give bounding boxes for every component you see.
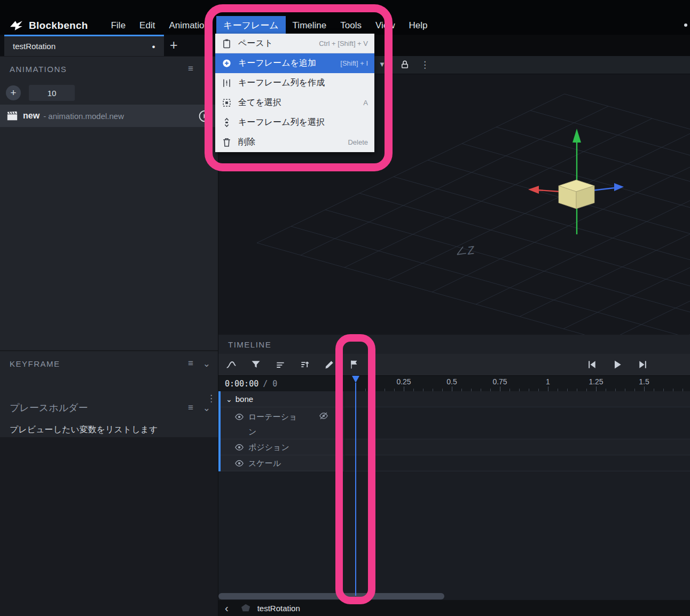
lines-icon[interactable] (275, 359, 286, 370)
new-tab-button[interactable]: + (170, 35, 178, 56)
menu-item-create-keyframe-column[interactable]: キーフレーム列を作成 (215, 73, 374, 93)
animations-controls: + ⋮ (0, 81, 218, 105)
jump-to-start-icon[interactable] (586, 359, 597, 370)
animations-panel-header: ANIMATIONS ≡ ⌄ (0, 57, 218, 81)
visibility-eye-icon[interactable] (234, 443, 244, 452)
ruler-label: 1.25 (589, 377, 603, 386)
menu-bar: Blockbench File Edit Animation キーフレーム Ti… (0, 0, 690, 35)
paste-icon (222, 38, 232, 49)
menu-keyframe[interactable]: キーフレーム (216, 16, 286, 35)
playhead-line (355, 383, 356, 596)
tool-dropdown-icon[interactable]: ▼ (379, 60, 386, 68)
panel-drag-handle-icon[interactable]: ≡ (188, 402, 193, 413)
marker-pen-icon[interactable] (324, 359, 335, 370)
menu-tools[interactable]: Tools (333, 16, 368, 35)
placeholder-panel-title: プレースホルダー (10, 401, 88, 414)
time-ruler[interactable]: 0.25 0.5 0.75 1 1.25 1.5 (345, 376, 690, 391)
track-name: ローテーション (248, 409, 300, 439)
jump-to-end-icon[interactable] (638, 359, 648, 370)
unsaved-dot-icon: ● (152, 43, 155, 50)
play-icon[interactable] (612, 359, 623, 370)
timeline-toolbar (218, 354, 690, 375)
current-animation-name: testRotation (257, 604, 300, 613)
menu-animation[interactable]: Animation (162, 16, 216, 35)
sort-icon[interactable] (300, 359, 310, 370)
menu-item-add-keyframe[interactable]: キーフレームを追加 [Shift] + I (215, 53, 374, 73)
app-title: Blockbench (29, 20, 88, 31)
keyframe-panel: KEYFRAME ≡ ⌄ ⋮ (0, 350, 218, 376)
tab-testrotation[interactable]: testRotation ● (4, 35, 164, 56)
chevron-down-icon[interactable]: ⌄ (226, 395, 232, 404)
placeholder-panel-header: プレースホルダー ≡ ⌄ (0, 396, 218, 420)
timeline-panel: TIMELINE (218, 335, 690, 616)
clapperboard-icon (6, 110, 18, 122)
add-animation-button[interactable]: + (6, 85, 21, 100)
panel-fold-icon[interactable]: ⌄ (203, 64, 210, 75)
panel-drag-handle-icon[interactable]: ≡ (188, 64, 193, 74)
menu-item-select-all[interactable]: 全てを選択 A (215, 93, 374, 113)
track-row-scale[interactable]: スケール – (218, 455, 344, 471)
playhead-marker[interactable] (352, 376, 359, 383)
panel-fold-icon[interactable]: ⌄ (203, 358, 210, 369)
ruler-label: 0.75 (492, 377, 507, 386)
menu-view[interactable]: View (368, 16, 402, 35)
selected-tracks-accent (218, 391, 221, 471)
app-window: Blockbench File Edit Animation キーフレーム Ti… (0, 0, 690, 616)
keyframe-panel-header: KEYFRAME ≡ ⌄ (0, 351, 218, 376)
add-circle-icon (222, 58, 232, 68)
current-time: 0:00:00 (225, 379, 258, 389)
viewport-menu-kebab-icon[interactable]: ⋮ (420, 59, 429, 70)
timeline-track-area[interactable] (345, 391, 690, 471)
sidebar-empty-area (0, 437, 218, 616)
ruler-label: 1.5 (639, 377, 649, 386)
visibility-eye-icon[interactable] (234, 459, 244, 468)
track-dash: – (336, 409, 340, 418)
track-name: bone (236, 394, 253, 404)
menu-file[interactable]: File (104, 16, 132, 35)
keyframe-context-menu: ペースト Ctrl + [Shift] + V キーフレームを追加 [Shift… (215, 34, 374, 152)
track-row-bone[interactable]: ⌄ bone – (218, 391, 344, 407)
menu-item-delete[interactable]: 削除 Delete (215, 132, 374, 152)
panel-fold-icon[interactable]: ⌄ (203, 402, 210, 414)
placeholder-panel: プレースホルダー ≡ ⌄ プレビューしたい変数をリストします (0, 396, 218, 436)
animations-menu-kebab-icon[interactable]: ⋮ (207, 88, 216, 99)
animation-list-item[interactable]: new - animation.model.new (0, 105, 218, 127)
visibility-off-eye-icon[interactable] (319, 411, 328, 421)
timeline-header: TIMELINE (218, 335, 690, 354)
keyframe-column-icon (222, 78, 232, 88)
lock-icon[interactable] (400, 60, 410, 69)
tab-label: testRotation (13, 42, 56, 51)
model-cube[interactable] (559, 180, 594, 209)
animation-name: new (23, 111, 40, 121)
timeline-scrollbar[interactable] (218, 593, 444, 599)
play-animation-button[interactable] (198, 109, 211, 123)
menu-help[interactable]: Help (402, 16, 434, 35)
track-row-position[interactable]: ポジション – (218, 439, 344, 455)
track-row-rotation[interactable]: ローテーション – (218, 407, 344, 439)
menu-item-select-keyframe-column[interactable]: キーフレーム列を選択 (215, 113, 374, 132)
panel-drag-handle-icon[interactable]: ≡ (188, 358, 193, 369)
menu-timeline[interactable]: Timeline (286, 16, 334, 35)
animation-snap-input[interactable] (29, 85, 75, 101)
placeholder-description: プレビューしたい変数をリストします (0, 420, 218, 436)
animation-id: - animation.model.new (43, 112, 124, 121)
playback-controls (586, 354, 648, 375)
graph-editor-icon[interactable] (226, 359, 237, 370)
notification-dot (684, 23, 687, 27)
ruler-label: 0.5 (446, 377, 457, 386)
svg-text:Z: Z (466, 243, 476, 257)
time-display: 0:00:00 / 0 (218, 376, 345, 391)
menu-item-paste[interactable]: ペースト Ctrl + [Shift] + V (215, 34, 374, 53)
track-name: スケール (248, 456, 300, 471)
flag-icon[interactable] (349, 359, 359, 370)
keyframe-panel-title: KEYFRAME (10, 359, 60, 368)
filter-icon[interactable] (250, 359, 261, 370)
track-dash: – (336, 441, 340, 451)
left-sidebar: ANIMATIONS ≡ ⌄ + ⋮ new - animation.model… (0, 56, 218, 616)
animations-panel-title: ANIMATIONS (10, 65, 67, 74)
back-chevron-icon[interactable]: ‹ (225, 601, 229, 615)
menu-edit[interactable]: Edit (132, 16, 162, 35)
total-time: / 0 (263, 379, 277, 389)
visibility-eye-icon[interactable] (234, 412, 244, 422)
timeline-title: TIMELINE (228, 340, 271, 349)
